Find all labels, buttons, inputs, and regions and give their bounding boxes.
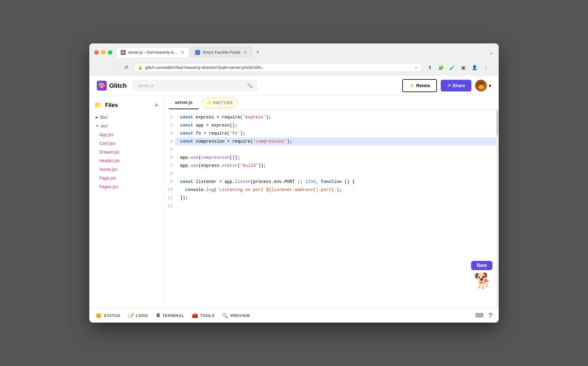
sidebar-item-drawer-jsx[interactable]: Drawer.jsx <box>89 148 163 156</box>
preview-icon: 🔍 <box>222 313 229 319</box>
code-line-7: app.use(express.static('build')); <box>175 162 496 170</box>
search-bar[interactable]: server.js 🔍 <box>133 80 257 91</box>
share-button[interactable]: ↗ Share <box>441 80 471 92</box>
editor-area: server.js ✨ PRETTIER 1 2 3 4 5 6 7 8 9 <box>164 96 499 308</box>
share-page-icon[interactable]: ⬆ <box>425 63 434 72</box>
sidebar-item-pages-jsx[interactable]: Pages.jsx <box>89 182 163 191</box>
sidebar-item-home-jsx[interactable]: Home.jsx <box>89 165 163 174</box>
help-icon[interactable]: ? <box>488 311 492 319</box>
code-line-6: app.use(compression()); <box>175 154 496 162</box>
tab-overflow-button[interactable]: ⌄ <box>489 49 494 56</box>
minimize-button[interactable] <box>101 50 105 55</box>
code-line-10: console.log(`Listening on port ${listene… <box>175 186 496 194</box>
new-tab-button[interactable]: + <box>253 48 262 57</box>
file-name-drawer: Drawer.jsx <box>99 150 119 154</box>
files-icon: 📁 <box>94 101 102 109</box>
prettier-tab[interactable]: ✨ PRETTIER <box>201 98 238 108</box>
search-placeholder: server.js <box>138 83 154 88</box>
remix-button[interactable]: ⚡ Remix <box>402 79 437 92</box>
main-body: 📁 Files + ▶ libs/ ▼ src/ App.jsx <box>89 96 499 308</box>
logs-item[interactable]: 📝 LOGS <box>128 313 148 319</box>
code-line-2: const app = express(); <box>175 121 496 129</box>
maximize-button[interactable] <box>108 50 112 55</box>
header-actions: ⚡ Remix ↗ Share 👨 ▾ <box>402 79 491 92</box>
sidebar-item-header-jsx[interactable]: Header.jsx <box>89 156 163 165</box>
tab-close-2[interactable]: ✕ <box>243 50 247 55</box>
sidebar-item-page-jsx[interactable]: Page.jsx <box>89 174 163 182</box>
folder-name-src: src/ <box>101 123 108 128</box>
tab-tonys-foods[interactable]: 🌐 Tony's Favorite Foods ✕ <box>190 47 252 57</box>
folder-name-libs: libs/ <box>100 115 108 120</box>
menu-icon[interactable]: ⋮ <box>481 63 490 72</box>
lock-icon: 🔒 <box>138 65 143 70</box>
fish-icon: 🐕 <box>474 272 492 289</box>
tools-label: TOOLS <box>200 313 215 318</box>
sidebar-item-app-jsx[interactable]: App.jsx <box>89 130 163 139</box>
new-badge[interactable]: New <box>471 261 492 270</box>
editor-tabs: server.js ✨ PRETTIER <box>164 96 499 109</box>
flask-icon[interactable]: 🧪 <box>448 63 457 72</box>
editor-tab-server-js[interactable]: server.js <box>169 96 199 109</box>
status-item[interactable]: 😊 STATUS <box>96 313 120 319</box>
code-line-3: const fs = require('fs'); <box>175 129 496 137</box>
chevron-right-icon: ▶ <box>96 115 98 119</box>
glitch-logo-text: Glitch <box>109 82 127 89</box>
search-icon: 🔍 <box>247 83 252 88</box>
close-button[interactable] <box>94 50 99 55</box>
terminal-item[interactable]: 🖥 TERMINAL <box>155 313 185 318</box>
sidebar-item-card-jsx[interactable]: Card.jsx <box>89 139 163 148</box>
kw-const: const <box>180 113 193 121</box>
code-line-5 <box>175 145 496 154</box>
tab-server-js[interactable]: 🎨 server.js – foul-heavenly-direc ✕ <box>116 47 189 57</box>
status-icon: 😊 <box>96 313 102 319</box>
sidebar-icon[interactable]: ▣ <box>459 63 468 72</box>
reload-button[interactable]: ↺ <box>122 63 130 72</box>
file-name-header: Header.jsx <box>99 158 120 163</box>
bookmark-icon[interactable]: ☆ <box>414 65 418 70</box>
tab-favicon-2: 🌐 <box>195 50 200 55</box>
forward-button[interactable]: → <box>110 63 118 72</box>
line-numbers: 1 2 3 4 5 6 7 8 9 10 11 12 <box>164 109 175 308</box>
logs-icon: 📝 <box>128 313 134 319</box>
sidebar-title: 📁 Files <box>94 101 118 109</box>
terminal-label: TERMINAL <box>162 313 184 318</box>
bottom-right: ⌨ ? <box>475 311 492 319</box>
avatar-chevron: ▾ <box>489 83 491 89</box>
preview-label: PREVIEW <box>230 313 250 318</box>
sidebar-item-libs[interactable]: ▶ libs/ <box>89 113 163 122</box>
fish-helper: New 🐕 <box>471 261 492 289</box>
file-name-app: App.jsx <box>99 132 114 137</box>
code-line-4: const compression = require('compression… <box>175 137 496 145</box>
back-button[interactable]: ← <box>98 63 107 72</box>
title-bar-top: 🎨 server.js – foul-heavenly-direc ✕ 🌐 To… <box>94 47 494 57</box>
tab-favicon-1: 🎨 <box>121 50 126 55</box>
tab-close-1[interactable]: ✕ <box>181 50 185 55</box>
chevron-down-icon: ▼ <box>96 124 99 128</box>
avatar-area[interactable]: 👨 ▾ <box>475 80 491 92</box>
tab-title-2: Tony's Favorite Foods <box>203 50 240 55</box>
code-line-1: const express = require('express'); <box>175 113 496 121</box>
add-file-button[interactable]: + <box>154 101 158 109</box>
code-lines: const express = require('express'); cons… <box>175 109 496 308</box>
glitch-header: 🎨 Glitch server.js 🔍 ⚡ Remix ↗ Share 👨 ▾ <box>89 75 499 96</box>
code-line-12 <box>175 202 496 210</box>
tools-item[interactable]: 🧰 TOOLS <box>192 313 215 319</box>
file-name-page: Page.jsx <box>99 176 116 181</box>
extensions-icon[interactable]: 🧩 <box>437 63 445 72</box>
glitch-logo[interactable]: 🎨 Glitch <box>97 81 127 91</box>
logs-label: LOGS <box>136 313 148 318</box>
code-editor[interactable]: 1 2 3 4 5 6 7 8 9 10 11 12 <box>164 109 499 308</box>
user-avatar: 👨 <box>475 80 487 92</box>
tab-title-1: server.js – foul-heavenly-direc <box>128 50 178 55</box>
scrollbar-track[interactable] <box>496 109 499 308</box>
preview-item[interactable]: 🔍 PREVIEW <box>222 313 250 319</box>
profile-icon[interactable]: 👤 <box>470 63 479 72</box>
scrollbar-thumb[interactable] <box>497 111 498 136</box>
code-line-8 <box>175 170 496 178</box>
tools-icon: 🧰 <box>192 313 198 319</box>
sidebar-item-src[interactable]: ▼ src/ <box>89 122 163 130</box>
code-line-11: }); <box>175 194 496 202</box>
sidebar: 📁 Files + ▶ libs/ ▼ src/ App.jsx <box>89 96 164 308</box>
address-field[interactable]: 🔒 glitch.com/edit/#!/foul-heavenly-direc… <box>133 63 422 72</box>
keyboard-icon[interactable]: ⌨ <box>475 312 483 319</box>
